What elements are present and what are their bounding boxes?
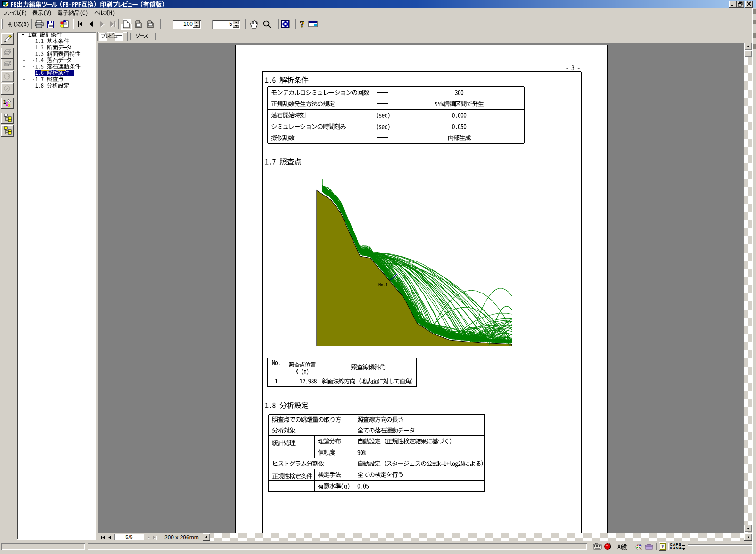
svg-text:?: ? — [661, 544, 664, 549]
svg-text:3: 3 — [8, 103, 11, 108]
svg-text:?: ? — [300, 19, 304, 29]
